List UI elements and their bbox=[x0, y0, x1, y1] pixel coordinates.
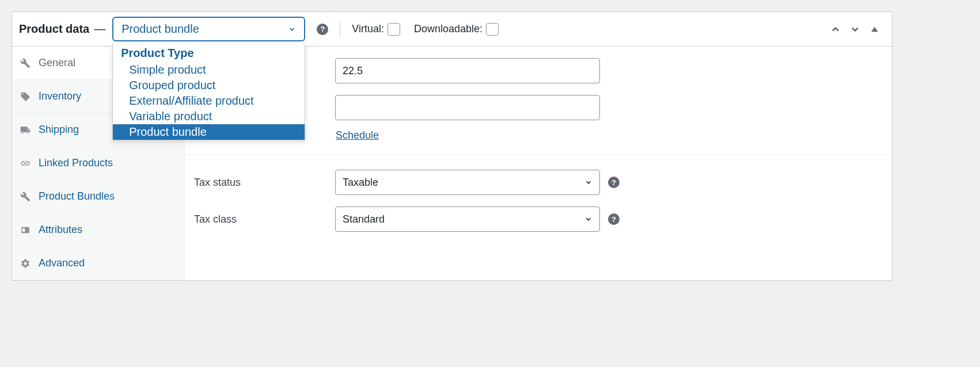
sidebar-tab-attributes[interactable]: Attributes bbox=[12, 213, 184, 247]
virtual-text: Virtual: bbox=[352, 23, 384, 35]
gear-icon bbox=[20, 258, 31, 269]
panel-header: Product data — Product bundle Product Ty… bbox=[12, 12, 892, 47]
product-type-selectbox[interactable]: Product bundle bbox=[112, 17, 305, 41]
dropdown-item-grouped[interactable]: Grouped product bbox=[113, 78, 305, 93]
tax-status-select[interactable]: Taxable bbox=[335, 170, 600, 195]
chevron-down-icon bbox=[288, 25, 296, 33]
tax-status-value: Taxable bbox=[343, 177, 378, 189]
wrench-icon bbox=[20, 192, 31, 202]
title-dash: — bbox=[94, 22, 105, 36]
regular-price-input[interactable] bbox=[335, 58, 600, 83]
virtual-label: Virtual: bbox=[352, 23, 400, 36]
chevron-down-icon[interactable] bbox=[849, 24, 861, 35]
svg-marker-0 bbox=[871, 26, 878, 31]
dropdown-item-bundle[interactable]: Product bundle bbox=[113, 124, 305, 140]
product-type-selected: Product bundle bbox=[121, 22, 199, 36]
sidebar-label-attributes: Attributes bbox=[39, 224, 82, 236]
help-icon[interactable]: ? bbox=[608, 213, 620, 225]
sale-price-input[interactable] bbox=[335, 95, 600, 120]
chevron-down-icon bbox=[584, 178, 592, 186]
product-type-dropdown: Product Type Simple product Grouped prod… bbox=[112, 44, 305, 140]
sidebar-label-inventory: Inventory bbox=[39, 90, 81, 102]
tax-class-value: Standard bbox=[343, 213, 385, 225]
sidebar-label-general: General bbox=[39, 57, 75, 69]
sidebar-label-shipping: Shipping bbox=[39, 124, 79, 136]
tax-class-label: Tax class bbox=[194, 213, 335, 225]
downloadable-label: Downloadable: bbox=[414, 23, 499, 36]
panel-controls bbox=[830, 24, 885, 35]
product-data-panel: Product data — Product bundle Product Ty… bbox=[12, 12, 892, 281]
chevron-down-icon bbox=[584, 215, 592, 223]
tax-status-label: Tax status bbox=[194, 177, 335, 189]
product-type-select[interactable]: Product bundle Product Type Simple produ… bbox=[112, 17, 305, 41]
chevron-up-icon[interactable] bbox=[830, 24, 841, 35]
sidebar-label-linked: Linked Products bbox=[39, 157, 113, 169]
tax-class-select[interactable]: Standard bbox=[335, 207, 600, 232]
virtual-checkbox[interactable] bbox=[388, 23, 400, 36]
tag-icon bbox=[20, 91, 31, 102]
dropdown-item-simple[interactable]: Simple product bbox=[113, 62, 305, 78]
link-icon bbox=[20, 158, 31, 169]
tax-status-row: Tax status Taxable ? bbox=[185, 164, 892, 201]
tax-class-row: Tax class Standard ? bbox=[185, 201, 892, 238]
dropdown-heading: Product Type bbox=[113, 44, 305, 62]
schedule-link[interactable]: Schedule bbox=[336, 129, 379, 142]
triangle-up-icon[interactable] bbox=[869, 24, 880, 35]
svg-rect-2 bbox=[22, 228, 25, 232]
wrench-icon bbox=[20, 58, 31, 68]
panel-icon bbox=[20, 225, 31, 235]
sidebar-label-bundles: Product Bundles bbox=[39, 190, 115, 202]
help-icon[interactable]: ? bbox=[608, 177, 620, 188]
downloadable-text: Downloadable: bbox=[414, 23, 483, 35]
sidebar-tab-advanced[interactable]: Advanced bbox=[12, 247, 184, 280]
sidebar-tab-linked[interactable]: Linked Products bbox=[12, 147, 184, 180]
sidebar-label-advanced: Advanced bbox=[39, 257, 85, 269]
section-divider bbox=[185, 154, 892, 155]
panel-title: Product data bbox=[19, 22, 89, 36]
dropdown-item-variable[interactable]: Variable product bbox=[113, 109, 305, 124]
divider bbox=[340, 22, 340, 37]
truck-icon bbox=[20, 125, 31, 135]
dropdown-item-external[interactable]: External/Affiliate product bbox=[113, 93, 305, 109]
help-icon[interactable]: ? bbox=[317, 24, 328, 35]
downloadable-checkbox[interactable] bbox=[486, 23, 499, 36]
sidebar-tab-bundles[interactable]: Product Bundles bbox=[12, 180, 184, 213]
